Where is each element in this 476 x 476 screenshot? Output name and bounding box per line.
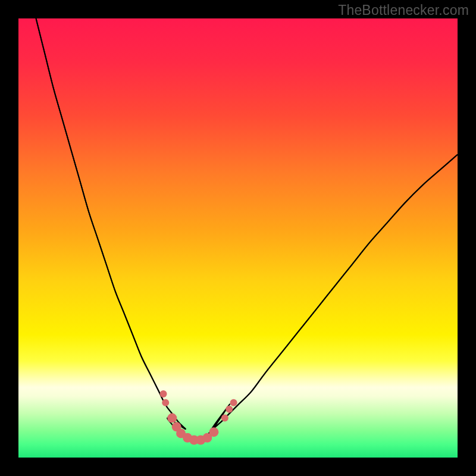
valley-marker [162,399,169,406]
chart-background [18,18,458,458]
valley-marker [221,415,228,422]
valley-marker [226,406,233,413]
watermark-label: TheBottlenecker.com [338,2,469,18]
valley-marker [230,399,237,406]
valley-marker [160,390,167,397]
chart-frame: TheBottlenecker.com [0,0,476,476]
valley-marker [167,414,177,423]
bottleneck-chart [18,18,458,458]
valley-marker [209,427,218,437]
